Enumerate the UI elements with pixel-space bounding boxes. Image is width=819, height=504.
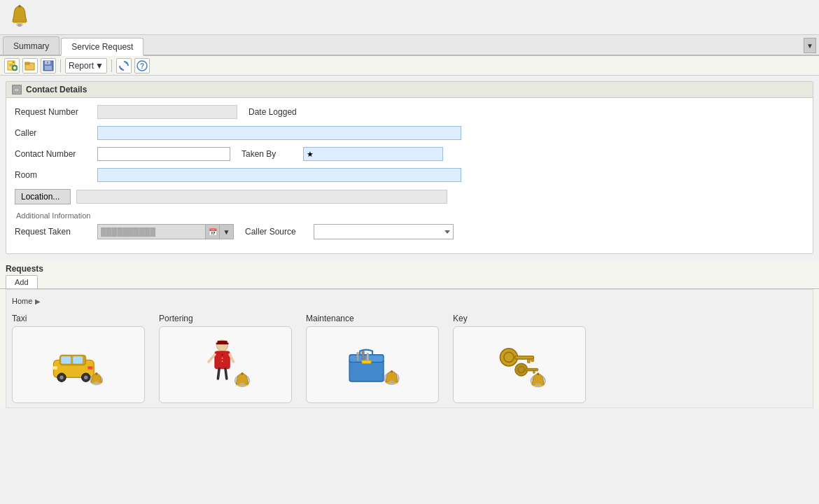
breadcrumb-home[interactable]: Home (12, 297, 32, 305)
datetime-text: ██████████ (98, 225, 205, 239)
location-btn[interactable]: Location... (15, 189, 71, 204)
svg-point-41 (222, 360, 223, 362)
key-icon-box[interactable] (453, 326, 586, 403)
calendar-icon[interactable]: 📅 (205, 225, 219, 239)
icon-item-taxi: Taxi (12, 314, 145, 403)
tab-dropdown-arrow[interactable]: ▼ (804, 38, 816, 53)
label-request-taken: Request Taken (15, 227, 92, 237)
additional-info-label: Additional Information (15, 211, 804, 220)
svg-rect-50 (367, 353, 369, 360)
label-contact-number: Contact Number (15, 149, 92, 159)
tabs-bar: Summary Service Request ▼ (0, 35, 819, 56)
svg-rect-15 (47, 62, 48, 64)
svg-line-37 (218, 369, 219, 379)
label-request-number: Request Number (15, 107, 92, 117)
input-taken-by[interactable] (303, 147, 443, 161)
svg-point-30 (95, 372, 98, 375)
collapse-btn[interactable]: − (12, 85, 22, 94)
contact-details-body: Request Number Date Logged Caller Contac… (6, 98, 813, 253)
toolbar-report-btn[interactable]: Report ▼ (65, 58, 107, 74)
row-caller: Caller (15, 126, 804, 140)
svg-rect-27 (88, 366, 92, 369)
section-title-contact: Contact Details (26, 85, 87, 94)
bell-icon (7, 4, 32, 31)
contact-details-panel: − Contact Details Request Number Date Lo… (6, 81, 813, 254)
toolbar-save-btn[interactable] (41, 58, 56, 74)
label-date-logged: Date Logged (248, 107, 312, 117)
svg-point-65 (537, 373, 540, 376)
label-caller: Caller (15, 128, 92, 138)
input-caller[interactable] (97, 126, 461, 140)
input-contact-number[interactable] (97, 147, 230, 161)
row-room: Room (15, 168, 804, 182)
requests-tab-add[interactable]: Add (6, 275, 38, 288)
requests-header-label: Requests (0, 260, 819, 274)
svg-rect-57 (528, 359, 531, 363)
row-location: Location... (15, 189, 804, 204)
report-arrow: ▼ (95, 61, 104, 71)
section-header-contact: − Contact Details (6, 82, 813, 98)
svg-rect-14 (45, 66, 52, 70)
svg-rect-47 (362, 360, 371, 363)
breadcrumb-arrow: ▶ (35, 298, 41, 305)
svg-rect-20 (61, 356, 71, 364)
svg-text:?: ? (140, 62, 144, 70)
datetime-request-taken[interactable]: ██████████ 📅 ▼ (97, 224, 234, 239)
app-window: Summary Service Request ▼ (0, 0, 819, 504)
tab-summary[interactable]: Summary (3, 36, 59, 55)
svg-rect-56 (515, 356, 534, 359)
row-contact-number: Contact Number Taken By (15, 147, 804, 161)
icon-area: Home ▶ Taxi (6, 289, 813, 408)
portering-icon-box[interactable] (159, 326, 292, 403)
icon-item-key: Key (453, 314, 586, 403)
svg-rect-33 (216, 342, 229, 344)
input-location[interactable] (76, 190, 447, 204)
svg-line-38 (225, 369, 227, 379)
toolbar-open-btn[interactable] (22, 58, 38, 74)
icon-grid: Taxi (12, 314, 807, 403)
portering-label: Portering (159, 314, 193, 323)
svg-rect-61 (526, 368, 538, 371)
svg-point-40 (222, 358, 223, 359)
icon-item-maintenance: Maintenance (306, 314, 439, 403)
svg-rect-21 (73, 356, 83, 364)
report-label: Report (69, 61, 94, 71)
svg-point-23 (59, 376, 63, 379)
toolbar-help-btn[interactable]: ? (134, 58, 150, 74)
app-header (0, 0, 819, 35)
tab-service-request[interactable]: Service Request (61, 38, 144, 56)
icon-item-portering: Portering (159, 314, 292, 403)
svg-point-44 (241, 372, 244, 375)
toolbar-new-btn[interactable] (4, 58, 20, 74)
toolbar: Report ▼ ? (0, 56, 819, 76)
svg-line-35 (209, 354, 215, 362)
label-caller-source: Caller Source (245, 227, 308, 237)
label-taken-by: Taken By (241, 149, 298, 159)
svg-line-36 (230, 354, 233, 362)
svg-rect-11 (25, 62, 29, 64)
requests-tabs: Add (0, 274, 819, 289)
svg-rect-58 (531, 359, 534, 362)
input-request-number[interactable] (97, 105, 237, 119)
toolbar-separator-1 (60, 59, 61, 72)
svg-rect-62 (533, 371, 536, 374)
calendar-dropdown[interactable]: ▼ (219, 225, 233, 239)
svg-rect-48 (357, 352, 359, 360)
breadcrumb: Home ▶ (12, 294, 807, 308)
svg-point-53 (391, 370, 393, 373)
input-room[interactable] (97, 168, 461, 182)
toolbar-refresh-btn[interactable] (116, 58, 132, 74)
row-request-taken: Request Taken ██████████ 📅 ▼ Caller Sour… (15, 224, 804, 239)
svg-rect-26 (52, 366, 57, 369)
key-label: Key (453, 314, 468, 323)
requests-section: Requests Add Home ▶ Taxi (0, 260, 819, 408)
select-caller-source[interactable] (314, 224, 454, 239)
row-request-number: Request Number Date Logged (15, 105, 804, 119)
taxi-label: Taxi (12, 314, 27, 323)
svg-point-2 (18, 24, 22, 27)
maintenance-icon-box[interactable] (306, 326, 439, 403)
taxi-icon-box[interactable] (12, 326, 145, 403)
svg-point-39 (222, 354, 223, 356)
main-scroll[interactable]: − Contact Details Request Number Date Lo… (0, 76, 819, 504)
svg-rect-49 (362, 351, 365, 359)
